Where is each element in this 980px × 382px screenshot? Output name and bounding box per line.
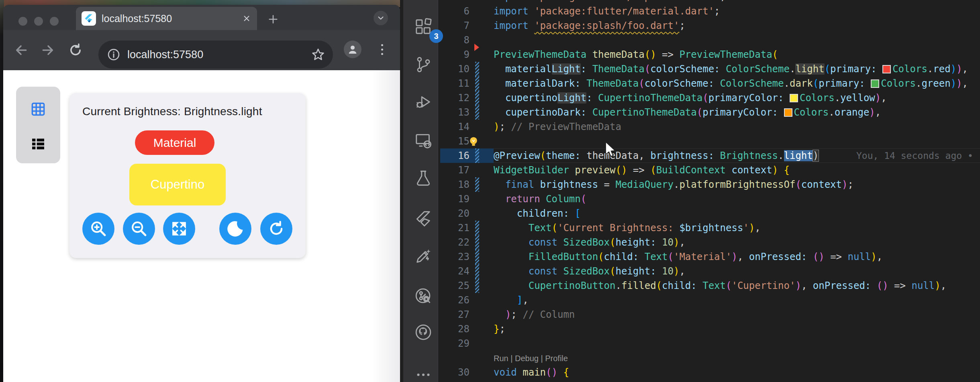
github-icon[interactable] xyxy=(412,321,435,344)
git-modified-gutter xyxy=(470,105,494,120)
line-number: 10 xyxy=(440,62,470,76)
run-debug-icon[interactable] xyxy=(412,90,435,114)
line-number: 18 xyxy=(440,177,470,192)
extensions-icon[interactable]: 3 xyxy=(412,15,435,38)
code-line-23[interactable]: 23 FilledButton(child: Text('Material'),… xyxy=(440,250,980,264)
codelens-actions[interactable]: Run | Debug | Profile xyxy=(494,351,980,365)
dark-mode-button[interactable] xyxy=(219,213,251,245)
code-text: ], xyxy=(494,293,980,307)
back-button[interactable] xyxy=(12,41,30,59)
code-line-28[interactable]: 28}; xyxy=(440,322,980,336)
zoom-out-button[interactable] xyxy=(123,213,155,245)
code-line-24[interactable]: 24 const SizedBox(height: 10), xyxy=(440,264,980,278)
more-actions-icon[interactable] xyxy=(412,363,435,382)
code-line-20[interactable]: 20 children: [ xyxy=(440,206,980,221)
traffic-light-minimize[interactable] xyxy=(34,17,43,26)
forward-button[interactable] xyxy=(39,41,57,59)
line-number: 11 xyxy=(440,76,470,91)
line-number: 21 xyxy=(440,221,470,235)
page-content: Current Brightness: Brightness.light Mat… xyxy=(3,70,400,382)
code-line-22[interactable]: 22 const SizedBox(height: 10), xyxy=(440,235,980,250)
line-number: 23 xyxy=(440,250,470,264)
code-line-6[interactable]: 6import 'package:flutter/material.dart'; xyxy=(440,4,980,18)
list-view-icon[interactable] xyxy=(30,136,46,152)
flutter-favicon-icon xyxy=(82,11,96,26)
color-swatch xyxy=(882,65,891,73)
code-line-12[interactable]: 12 cupertinoLight: CupertinoThemeData(pr… xyxy=(440,91,980,105)
line-number: 28 xyxy=(440,322,470,336)
code-line-15[interactable]: 15 xyxy=(440,134,980,148)
codelens-row[interactable]: Run | Debug | Profile xyxy=(440,351,980,365)
code-line-10[interactable]: 10 materialLight: ThemeData(colorScheme:… xyxy=(440,62,980,76)
code-line-8[interactable]: 8 xyxy=(440,33,980,47)
code-text: const SizedBox(height: 10), xyxy=(494,264,980,278)
bookmark-star-icon[interactable] xyxy=(310,47,326,62)
testing-beaker-icon[interactable] xyxy=(412,167,435,190)
gutter xyxy=(470,163,494,177)
code-text: runApp( xyxy=(494,380,980,382)
browser-menu-icon[interactable] xyxy=(376,41,388,58)
code-text: }; xyxy=(494,322,980,336)
line-number: 22 xyxy=(440,235,470,250)
code-line-13[interactable]: 13 cupertinoDark: CupertinoThemeData(pri… xyxy=(440,105,980,120)
address-bar[interactable]: localhost:57580 xyxy=(98,41,333,69)
git-blame-annotation: You, 14 seconds ago • xyxy=(856,148,973,163)
gutter xyxy=(470,120,494,134)
code-line-19[interactable]: 19 return Column( xyxy=(440,192,980,206)
profile-avatar-icon[interactable] xyxy=(344,41,361,58)
code-line-31[interactable]: 31 runApp( xyxy=(440,380,980,382)
code-line-18[interactable]: 18 final brightness = MediaQuery.platfor… xyxy=(440,177,980,192)
tab-search-chevron-icon[interactable] xyxy=(374,11,388,25)
traffic-light-close[interactable] xyxy=(18,17,27,26)
code-line-25[interactable]: 25 CupertinoButton.filled(child: Text('C… xyxy=(440,278,980,293)
code-line-17[interactable]: 17WidgetBuilder preview() => (BuildConte… xyxy=(440,163,980,177)
gutter xyxy=(470,336,494,351)
gutter xyxy=(470,293,494,307)
refresh-button[interactable] xyxy=(260,213,292,245)
code-line-30[interactable]: 30void main() { xyxy=(440,365,980,380)
zoom-in-button[interactable] xyxy=(82,213,114,245)
code-editor[interactable]: 5import 'package:flutter/cupertino.dart'… xyxy=(440,0,980,382)
git-modified-gutter xyxy=(470,278,494,293)
code-line-14[interactable]: 14); // PreviewThemeData xyxy=(440,120,980,134)
git-modified-gutter xyxy=(470,221,494,235)
fullscreen-button[interactable] xyxy=(163,213,195,245)
line-number: 19 xyxy=(440,192,470,206)
source-control-icon[interactable] xyxy=(412,53,435,76)
git-deleted-marker-icon xyxy=(474,44,479,51)
grid-view-icon[interactable] xyxy=(30,101,46,117)
gutter xyxy=(470,47,494,62)
new-tab-button[interactable] xyxy=(264,11,282,27)
code-line-26[interactable]: 26 ], xyxy=(440,293,980,307)
gutter xyxy=(470,134,494,148)
lightbulb-icon[interactable] xyxy=(468,136,479,150)
cupertino-button[interactable]: Cupertino xyxy=(129,164,226,205)
code-line-5[interactable]: 5import 'package:flutter/cupertino.dart'… xyxy=(440,0,980,4)
url-text[interactable]: localhost:57580 xyxy=(127,41,203,69)
gitlens-icon[interactable] xyxy=(412,284,435,308)
gutter xyxy=(470,365,494,380)
tab-close-icon[interactable] xyxy=(241,13,252,24)
browser-tab[interactable]: localhost:57580 xyxy=(76,7,257,30)
site-info-icon[interactable] xyxy=(106,47,121,62)
activity-bar: 3 xyxy=(403,0,438,382)
line-number: 17 xyxy=(440,163,470,177)
code-line-29[interactable]: 29 xyxy=(440,336,980,351)
code-line-11[interactable]: 11 materialDark: ThemeData(colorScheme: … xyxy=(440,76,980,91)
git-modified-gutter xyxy=(470,250,494,264)
code-line-27[interactable]: 27 ); // Column xyxy=(440,307,980,322)
code-line-21[interactable]: 21 Text('Current Brightness: $brightness… xyxy=(440,221,980,235)
code-text: void main() { xyxy=(494,365,980,380)
edit-tools-icon[interactable] xyxy=(412,244,435,268)
material-button[interactable]: Material xyxy=(135,130,214,155)
color-swatch xyxy=(790,94,798,102)
codelens-run-debug-profile[interactable]: Run | Debug | Profile xyxy=(494,354,568,363)
reload-button[interactable] xyxy=(67,41,84,59)
code-line-7[interactable]: 7import 'package:splash/foo.dart'; xyxy=(440,18,980,33)
line-number: 8 xyxy=(440,33,470,47)
traffic-light-maximize[interactable] xyxy=(50,17,59,26)
flutter-icon[interactable] xyxy=(412,207,435,231)
remote-explorer-icon[interactable] xyxy=(412,129,435,152)
code-line-9[interactable]: 9PreviewThemeData themeData() => Preview… xyxy=(440,47,980,62)
code-line-16[interactable]: 16@Preview(theme: themeData, brightness:… xyxy=(440,148,980,163)
